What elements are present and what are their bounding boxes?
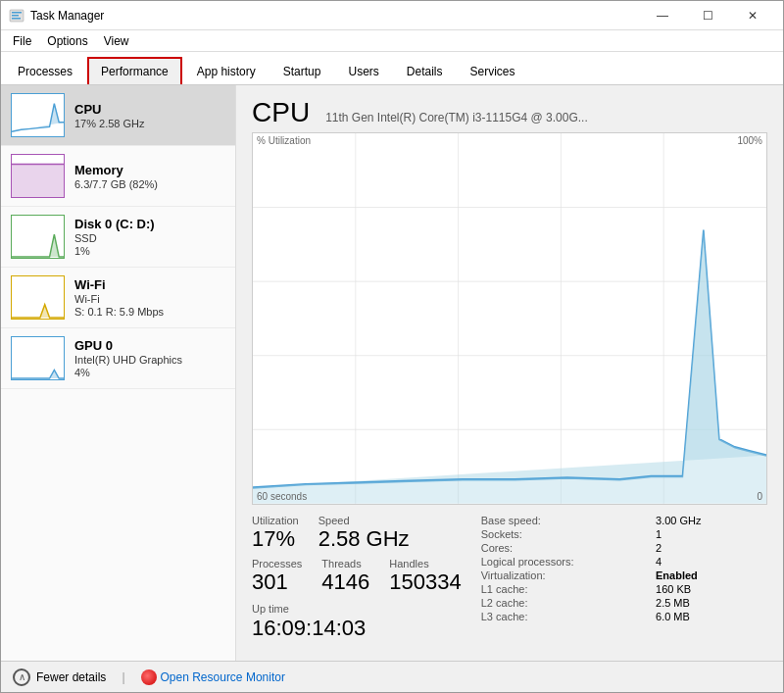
- sidebar-item-cpu[interactable]: CPU 17% 2.58 GHz: [1, 85, 235, 146]
- wifi-label: Wi-Fi: [74, 277, 164, 292]
- sidebar-item-wifi[interactable]: Wi-Fi Wi-Fi S: 0.1 R: 5.9 Mbps: [1, 268, 235, 328]
- menu-options[interactable]: Options: [39, 32, 95, 50]
- logical-key: Logical processors:: [481, 556, 640, 568]
- sidebar: CPU 17% 2.58 GHz Memory 6.3/7.7 GB (82%): [1, 85, 236, 661]
- main-cpu-title: CPU: [252, 97, 310, 128]
- memory-mini-graph: [11, 154, 65, 198]
- tab-performance[interactable]: Performance: [87, 57, 182, 84]
- cpu-info: CPU 17% 2.58 GHz: [74, 102, 145, 129]
- cpu-mini-graph: [11, 93, 65, 137]
- tab-processes[interactable]: Processes: [5, 58, 85, 84]
- tab-services[interactable]: Services: [458, 58, 528, 84]
- main-cpu-subtitle: 11th Gen Intel(R) Core(TM) i3-1115G4 @ 3…: [325, 111, 588, 124]
- disk-label: Disk 0 (C: D:): [74, 217, 155, 231]
- resource-monitor-icon: [141, 669, 157, 685]
- l1-key: L1 cache:: [481, 583, 640, 595]
- open-resource-label: Open Resource Monitor: [161, 670, 285, 684]
- virt-val: Enabled: [656, 569, 767, 581]
- gpu-label: GPU 0: [74, 338, 182, 353]
- app-icon: [9, 8, 24, 24]
- threads-label: Threads: [321, 558, 369, 569]
- disk-mini-graph: [11, 215, 65, 259]
- handles-label: Handles: [389, 558, 461, 569]
- cores-val: 2: [656, 542, 767, 554]
- disk-sublabel1: SSD: [74, 232, 155, 244]
- svg-rect-2: [12, 15, 19, 17]
- tab-app-history[interactable]: App history: [184, 58, 269, 84]
- main-panel: CPU 11th Gen Intel(R) Core(TM) i3-1115G4…: [236, 85, 783, 661]
- memory-sublabel: 6.3/7.7 GB (82%): [74, 178, 158, 190]
- base-speed-val: 3.00 GHz: [656, 515, 767, 526]
- base-speed-key: Base speed:: [481, 515, 640, 526]
- menu-file[interactable]: File: [5, 32, 39, 50]
- fewer-details-button[interactable]: ∧ Fewer details: [13, 668, 106, 686]
- l3-key: L3 cache:: [481, 611, 640, 622]
- svg-rect-4: [12, 165, 64, 197]
- footer-divider: |: [122, 670, 124, 684]
- svg-rect-3: [12, 18, 21, 20]
- title-bar-left: Task Manager: [9, 8, 104, 24]
- chart-x-label: 60 seconds: [257, 491, 307, 502]
- utilization-label: Utilization: [252, 515, 299, 526]
- utilization-stat: Utilization 17%: [252, 515, 299, 552]
- gpu-sublabel1: Intel(R) UHD Graphics: [74, 354, 182, 366]
- tab-bar: Processes Performance App history Startu…: [1, 52, 783, 85]
- fewer-details-label: Fewer details: [36, 670, 106, 684]
- disk-sublabel2: 1%: [74, 245, 155, 257]
- wifi-info: Wi-Fi Wi-Fi S: 0.1 R: 5.9 Mbps: [74, 277, 164, 318]
- logical-val: 4: [656, 556, 767, 568]
- wifi-sublabel1: Wi-Fi: [74, 293, 164, 305]
- svg-marker-13: [253, 230, 766, 504]
- close-button[interactable]: ✕: [730, 1, 775, 30]
- cpu-chart-svg: [253, 133, 766, 504]
- l2-key: L2 cache:: [481, 597, 640, 609]
- cpu-label: CPU: [74, 102, 145, 117]
- footer: ∧ Fewer details | Open Resource Monitor: [1, 661, 783, 692]
- cpu-chart: % Utilization 100% 60 seconds 0: [252, 132, 767, 505]
- uptime-label: Up time: [252, 603, 289, 615]
- info-table: Base speed: 3.00 GHz Sockets: 1 Cores: 2…: [481, 515, 767, 622]
- window-title: Task Manager: [30, 9, 104, 23]
- l1-val: 160 KB: [656, 583, 767, 595]
- open-resource-monitor-link[interactable]: Open Resource Monitor: [141, 669, 285, 685]
- maximize-button[interactable]: ☐: [685, 1, 730, 30]
- task-manager-window: Task Manager — ☐ ✕ File Options View Pro…: [0, 0, 784, 693]
- stats-left: Utilization 17% Speed 2.58 GHz Processes…: [252, 515, 462, 649]
- chart-y-max: 100%: [737, 135, 762, 146]
- chart-x-zero: 0: [757, 491, 762, 502]
- sockets-val: 1: [656, 528, 767, 540]
- uptime-value: 16:09:14:03: [252, 616, 462, 641]
- gpu-mini-graph: [11, 336, 65, 380]
- wifi-sublabel2: S: 0.1 R: 5.9 Mbps: [74, 306, 164, 318]
- speed-stat: Speed 2.58 GHz: [318, 515, 410, 552]
- cpu-sublabel: 17% 2.58 GHz: [74, 118, 145, 129]
- l3-val: 6.0 MB: [656, 611, 767, 622]
- sidebar-item-disk[interactable]: Disk 0 (C: D:) SSD 1%: [1, 207, 235, 268]
- chart-y-label: % Utilization: [257, 135, 311, 146]
- gpu-sublabel2: 4%: [74, 367, 182, 378]
- utilization-value: 17%: [252, 526, 299, 552]
- menu-view[interactable]: View: [96, 32, 137, 50]
- tab-details[interactable]: Details: [394, 58, 456, 84]
- uptime-stat: Up time 16:09:14:03: [252, 602, 462, 641]
- minimize-button[interactable]: —: [640, 1, 685, 30]
- sockets-key: Sockets:: [481, 528, 640, 540]
- processes-label: Processes: [252, 558, 302, 569]
- sidebar-item-memory[interactable]: Memory 6.3/7.7 GB (82%): [1, 146, 235, 207]
- speed-label: Speed: [318, 515, 410, 526]
- threads-stat: Threads 4146: [321, 558, 369, 595]
- tab-startup[interactable]: Startup: [270, 58, 334, 84]
- memory-label: Memory: [74, 163, 158, 177]
- svg-rect-1: [12, 12, 22, 14]
- sidebar-item-gpu[interactable]: GPU 0 Intel(R) UHD Graphics 4%: [1, 328, 235, 389]
- tab-users[interactable]: Users: [335, 58, 391, 84]
- speed-value: 2.58 GHz: [318, 526, 410, 552]
- handles-stat: Handles 150334: [389, 558, 461, 595]
- virt-key: Virtualization:: [481, 569, 640, 581]
- handles-value: 150334: [389, 569, 461, 595]
- memory-info: Memory 6.3/7.7 GB (82%): [74, 163, 158, 190]
- disk-info: Disk 0 (C: D:) SSD 1%: [74, 217, 155, 257]
- stats-row: Utilization 17% Speed 2.58 GHz Processes…: [252, 515, 767, 649]
- inline-stats-top: Utilization 17% Speed 2.58 GHz: [252, 515, 462, 552]
- cores-key: Cores:: [481, 542, 640, 554]
